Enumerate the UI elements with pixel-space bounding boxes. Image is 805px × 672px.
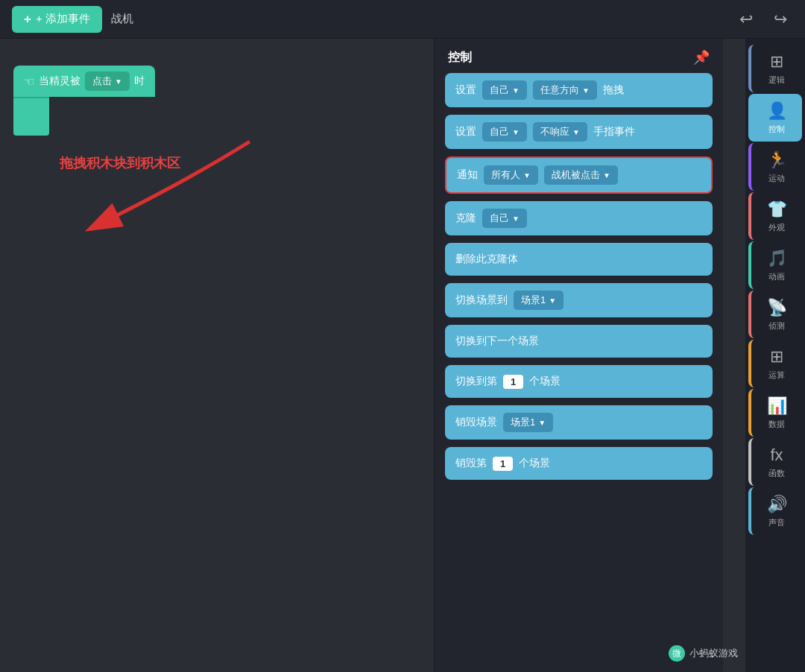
logic-icon: ⊞ <box>770 52 783 72</box>
control-icon: 👤 <box>767 101 787 121</box>
hand-icon: ☜ <box>24 75 34 89</box>
block-label: 切换场景到 <box>455 294 508 307</box>
sidebar-detect[interactable]: 📡侦测 <box>748 291 802 338</box>
block-label: 克隆 <box>455 212 476 225</box>
block-row-switch-nth-scene[interactable]: 切换到第1个场景 <box>445 365 713 398</box>
event-trigger: ☜ 当精灵被 点击 ▼ 时 <box>13 66 155 97</box>
block-dropdown-场景1[interactable]: 场景1 ▼ <box>514 291 564 310</box>
dropdown-arrow-icon: ▼ <box>512 86 520 95</box>
undo-button[interactable]: ↩ <box>733 7 759 32</box>
sidebar-item-label-data: 数据 <box>768 419 785 430</box>
block-row-set-drag[interactable]: 设置自己 ▼任意方向 ▼拖拽 <box>445 73 713 107</box>
dropdown-arrow-icon: ▼ <box>538 419 546 427</box>
sidebar-compute[interactable]: ⊞运算 <box>748 340 802 387</box>
event-prefix: 当精灵被 <box>39 75 80 88</box>
block-label: 切换到下一个场景 <box>455 335 539 348</box>
block-label: 个场景 <box>529 375 561 388</box>
block-row-destroy-scene[interactable]: 销毁场景场景1 ▼ <box>445 405 713 440</box>
sidebar-item-label-animation: 动画 <box>768 271 785 282</box>
sidebar-item-label-appearance: 外观 <box>768 222 785 233</box>
sound-icon: 🔊 <box>767 495 787 514</box>
dropdown-arrow-icon: ▼ <box>549 297 556 305</box>
event-dropdown[interactable]: 点击 ▼ <box>85 72 130 91</box>
watermark-text: 小蚂蚁游戏 <box>689 647 738 660</box>
block-row-notify-click[interactable]: 通知所有人 ▼战机被点击 ▼ <box>445 156 713 194</box>
sidebar-motion[interactable]: 🏃运动 <box>748 143 802 191</box>
undo-icon: ↩ <box>739 10 753 28</box>
pin-icon[interactable]: 📌 <box>693 49 710 66</box>
detect-icon: 📡 <box>767 298 787 317</box>
redo-icon: ↪ <box>774 10 787 28</box>
watermark: 微 小蚂蚁游戏 <box>669 645 738 662</box>
block-dropdown-不响应[interactable]: 不响应 ▼ <box>533 122 587 142</box>
plus-icon: + <box>24 12 31 27</box>
block-row-next-scene[interactable]: 切换到下一个场景 <box>445 325 713 358</box>
sidebar-item-label-logic: 逻辑 <box>768 75 785 86</box>
block-dropdown-战机被点击[interactable]: 战机被点击 ▼ <box>544 165 618 185</box>
data-icon: 📊 <box>767 396 787 416</box>
block-label: 通知 <box>457 168 478 182</box>
block-label: 个场景 <box>519 457 550 470</box>
sidebar-sound[interactable]: 🔊声音 <box>748 487 802 535</box>
redo-button[interactable]: ↪ <box>768 7 793 32</box>
sidebar-item-label-sound: 声音 <box>768 517 785 528</box>
annotation-text: 拖拽积木块到积木区 <box>60 154 180 172</box>
sidebar-logic[interactable]: ⊞逻辑 <box>748 45 802 92</box>
block-label: 设置 <box>455 83 476 97</box>
block-dropdown-自己[interactable]: 自己 ▼ <box>482 80 527 100</box>
block-dropdown-自己[interactable]: 自己 ▼ <box>482 122 527 142</box>
block-dropdown-所有人[interactable]: 所有人 ▼ <box>484 165 538 185</box>
dropdown-arrow-icon: ▼ <box>512 215 520 223</box>
sidebar-item-label-control: 控制 <box>768 124 785 135</box>
compute-icon: ⊞ <box>770 347 783 367</box>
toolbar: + + 添加事件 战机 ↩ ↪ <box>0 0 805 39</box>
panel-title: 控制 <box>448 50 472 66</box>
sidebar-data[interactable]: 📊数据 <box>748 389 802 437</box>
motion-icon: 🏃 <box>767 150 787 170</box>
block-label: 手指事件 <box>593 125 635 139</box>
block-label: 拖拽 <box>603 83 624 97</box>
block-row-clone[interactable]: 克隆自己 ▼ <box>445 201 713 235</box>
block-row-delete-clone[interactable]: 删除此克隆体 <box>445 243 713 276</box>
dropdown-arrow-icon: ▼ <box>603 171 610 180</box>
control-panel: 控制 📌 设置自己 ▼任意方向 ▼拖拽设置自己 ▼不响应 ▼手指事件通知所有人 … <box>434 39 723 672</box>
sidebar-item-label-function: 函数 <box>768 468 785 479</box>
block-dropdown-场景1[interactable]: 场景1 ▼ <box>503 413 553 432</box>
block-row-set-touch[interactable]: 设置自己 ▼不响应 ▼手指事件 <box>445 115 713 149</box>
appearance-icon: 👕 <box>767 200 787 219</box>
number-box: 1 <box>503 375 523 389</box>
add-event-button[interactable]: + + 添加事件 <box>12 6 102 33</box>
block-row-destroy-nth-scene[interactable]: 销毁第1个场景 <box>445 447 713 480</box>
dropdown-arrow-icon: ▼ <box>582 86 590 95</box>
panel-header: 控制 📌 <box>435 39 723 73</box>
sidebar: ⊞逻辑👤控制🏃运动👕外观🎵动画📡侦测⊞运算📊数据fx函数🔊声音 <box>745 39 805 672</box>
dropdown-arrow-icon: ▼ <box>523 171 531 180</box>
wechat-icon: 微 <box>669 645 685 662</box>
function-icon: fx <box>770 446 783 465</box>
block-dropdown-任意方向[interactable]: 任意方向 ▼ <box>533 80 597 100</box>
sprite-label: 战机 <box>111 12 133 26</box>
block-label: 销毁场景 <box>455 416 497 429</box>
block-row-switch-scene[interactable]: 切换场景到场景1 ▼ <box>445 283 713 317</box>
sidebar-animation[interactable]: 🎵动画 <box>748 241 802 289</box>
sidebar-item-label-detect: 侦测 <box>768 320 785 332</box>
sidebar-control[interactable]: 👤控制 <box>748 94 802 142</box>
event-dropdown-label: 点击 <box>92 75 112 88</box>
sidebar-item-label-motion: 运动 <box>768 173 785 184</box>
event-body-block <box>13 97 49 136</box>
sidebar-function[interactable]: fx函数 <box>748 438 802 486</box>
block-label: 设置 <box>455 125 476 139</box>
dropdown-arrow-icon: ▼ <box>115 77 122 86</box>
sidebar-appearance[interactable]: 👕外观 <box>748 192 802 240</box>
add-event-label: + 添加事件 <box>36 12 90 26</box>
sidebar-item-label-compute: 运算 <box>768 370 785 381</box>
block-label: 删除此克隆体 <box>455 253 518 266</box>
block-label: 切换到第 <box>455 375 497 388</box>
block-dropdown-自己[interactable]: 自己 ▼ <box>482 209 527 228</box>
dropdown-arrow-icon: ▼ <box>512 128 520 136</box>
animation-icon: 🎵 <box>767 249 787 268</box>
dropdown-arrow-icon: ▼ <box>572 128 580 136</box>
event-block: ☜ 当精灵被 点击 ▼ 时 <box>13 66 155 136</box>
event-suffix: 时 <box>134 75 145 88</box>
panel-blocks: 设置自己 ▼任意方向 ▼拖拽设置自己 ▼不响应 ▼手指事件通知所有人 ▼战机被点… <box>435 73 723 495</box>
